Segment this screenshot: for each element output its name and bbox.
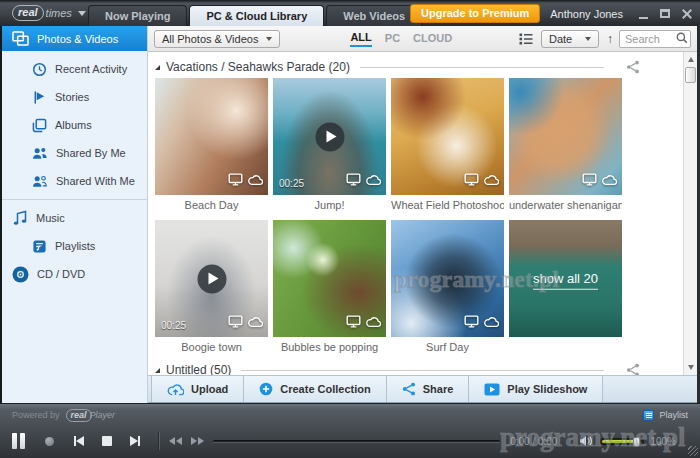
clock-icon [32, 62, 47, 77]
volume-knob[interactable] [633, 437, 640, 447]
share-icon[interactable] [626, 363, 640, 375]
sidebar-item-albums[interactable]: Albums [2, 111, 147, 139]
sidebar-item-recent-activity[interactable]: Recent Activity [2, 55, 147, 83]
media-title: Beach Day [155, 195, 268, 211]
photo-grid-row-2: 00:25 Boogie town [148, 220, 697, 353]
show-all-label[interactable]: show all 20 [509, 270, 622, 285]
photos-videos-icon [12, 31, 29, 46]
storage-badges [464, 314, 499, 332]
pause-button[interactable] [12, 433, 25, 449]
stories-icon [32, 90, 47, 105]
media-title: underwater shenanigans [509, 195, 622, 211]
sort-direction-button[interactable]: ↑ [607, 32, 613, 46]
tab-web-videos[interactable]: Web Videos [326, 5, 422, 26]
sidebar-item-stories[interactable]: Stories [2, 83, 147, 111]
share-button[interactable]: Share [387, 376, 470, 402]
share-icon[interactable] [626, 60, 640, 74]
app-body: Photos & Videos Recent Activity Stories … [0, 26, 700, 403]
scroll-up-button[interactable] [684, 53, 697, 66]
photo-thumbnail[interactable] [273, 220, 386, 337]
sidebar-item-label: Photos & Videos [37, 33, 118, 45]
resize-grip[interactable] [688, 446, 698, 456]
media-card[interactable]: 00:25 Jump! [273, 78, 386, 211]
next-button[interactable] [130, 436, 140, 446]
play-icon[interactable] [315, 122, 344, 151]
share-icon [402, 382, 416, 396]
create-collection-button[interactable]: Create Collection [244, 376, 386, 402]
video-thumbnail[interactable]: 00:25 [155, 220, 268, 337]
main-panel: All Photos & Videos ALL PC CLOUD Date ↑ [148, 26, 697, 403]
seek-bar[interactable] [213, 440, 500, 443]
cloud-icon [483, 314, 499, 332]
previous-button[interactable] [74, 436, 84, 446]
media-card[interactable]: Wheat Field Photoshoot [391, 78, 504, 211]
close-button[interactable] [682, 9, 692, 19]
realtimes-window: { "titlebar": { "logo_real": "real", "lo… [0, 0, 700, 458]
upgrade-premium-button[interactable]: Upgrade to Premium [410, 4, 540, 23]
plus-circle-icon [259, 382, 273, 396]
tab-cloud[interactable]: CLOUD [413, 32, 452, 46]
upload-button[interactable]: Upload [151, 376, 244, 402]
photo-thumbnail[interactable] [391, 220, 504, 337]
collapse-icon[interactable] [155, 368, 160, 373]
media-card[interactable]: Surf Day [391, 220, 504, 353]
photo-thumbnail[interactable] [155, 78, 268, 195]
vertical-scrollbar[interactable] [683, 52, 697, 375]
scrollbar-thumb[interactable] [685, 67, 696, 83]
tab-all[interactable]: ALL [350, 31, 371, 47]
search-box [619, 29, 691, 48]
app-logo-menu[interactable]: real times [12, 5, 86, 21]
volume-slider[interactable] [600, 438, 644, 445]
sidebar-item-label: Playlists [55, 240, 95, 252]
sidebar-item-playlists[interactable]: Playlists [2, 232, 147, 260]
sidebar-item-cd-dvd[interactable]: CD / DVD [2, 260, 147, 288]
media-card[interactable]: underwater shenanigans [509, 78, 622, 211]
playlist-button[interactable]: Playlist [643, 410, 688, 421]
cloud-icon [365, 172, 381, 190]
collapse-icon[interactable] [155, 65, 160, 70]
video-thumbnail[interactable]: 00:25 [273, 78, 386, 195]
media-card[interactable]: 00:25 Boogie town [155, 220, 268, 353]
player-top-row: Powered by real Player Playlist [0, 404, 700, 426]
show-all-card[interactable]: show all 20 [509, 220, 622, 353]
play-icon[interactable] [197, 264, 226, 293]
media-title-empty [509, 337, 622, 353]
rewind-button[interactable] [169, 437, 182, 445]
media-card[interactable]: Bubbles be popping [273, 220, 386, 353]
maximize-button[interactable] [660, 9, 670, 18]
tab-pc-cloud-library[interactable]: PC & Cloud Library [189, 5, 324, 26]
sidebar-item-photos-videos[interactable]: Photos & Videos [2, 26, 147, 51]
fast-forward-button[interactable] [191, 437, 204, 445]
controls-divider [158, 432, 159, 450]
monitor-icon [582, 172, 597, 190]
minimize-button[interactable] [639, 17, 648, 19]
photo-thumbnail[interactable] [509, 78, 622, 195]
media-card[interactable]: Beach Day [155, 78, 268, 211]
photo-thumbnail[interactable] [391, 78, 504, 195]
section-header-vacations: Vacations / Seahawks Parade (20) [148, 52, 697, 78]
source-tabs: ALL PC CLOUD [350, 31, 452, 47]
speaker-icon[interactable] [579, 435, 593, 447]
play-slideshow-button[interactable]: Play Slideshow [469, 376, 603, 402]
sidebar-item-music[interactable]: Music [2, 204, 147, 232]
sidebar-item-label: Shared By Me [56, 147, 126, 159]
show-all-thumbnail[interactable]: show all 20 [509, 220, 622, 337]
list-view-icon[interactable] [519, 33, 533, 45]
record-button[interactable] [45, 437, 54, 446]
albums-icon [32, 118, 47, 133]
tab-pc[interactable]: PC [385, 32, 400, 46]
cloud-icon [483, 172, 499, 190]
cloud-icon [365, 314, 381, 332]
video-duration: 00:25 [279, 178, 304, 189]
scroll-down-button[interactable] [684, 361, 697, 374]
titlebar: real times Now Playing PC & Cloud Librar… [0, 0, 700, 26]
sidebar-item-shared-by-me[interactable]: Shared By Me [2, 139, 147, 167]
tab-now-playing[interactable]: Now Playing [88, 5, 187, 26]
storage-badges [582, 172, 617, 190]
filter-dropdown[interactable]: All Photos & Videos [154, 30, 280, 48]
music-note-icon [12, 210, 28, 226]
sort-dropdown[interactable]: Date [541, 30, 599, 48]
stop-button[interactable] [102, 436, 112, 446]
user-menu[interactable]: Anthony Jones [550, 8, 623, 20]
sidebar-item-shared-with-me[interactable]: Shared With Me [2, 167, 147, 195]
